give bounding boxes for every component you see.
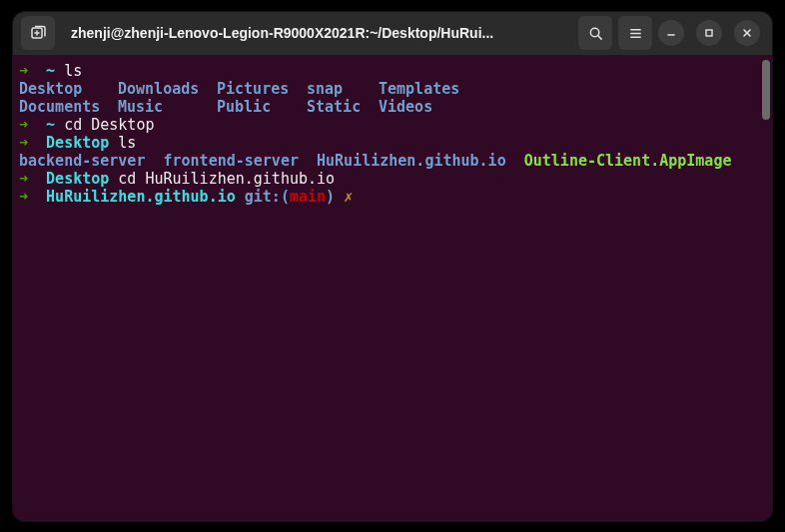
ls-entry: backend-server — [19, 152, 145, 170]
ls-output-row: DesktopDownloadsPicturessnapTemplates — [19, 80, 766, 98]
prompt-line: ➜ ~ ls — [19, 62, 766, 80]
git-label: git: — [245, 188, 281, 206]
prompt-arrow-icon: ➜ — [19, 134, 28, 152]
prompt-cwd: Desktop — [46, 134, 109, 152]
window-controls — [658, 20, 764, 46]
search-button[interactable] — [578, 16, 612, 50]
git-paren-close: ) — [326, 188, 335, 206]
prompt-cwd: ~ — [46, 62, 55, 80]
titlebar: zhenji@zhenji-Lenovo-Legion-R9000X2021R:… — [13, 12, 772, 56]
terminal-window: zhenji@zhenji-Lenovo-Legion-R9000X2021R:… — [13, 12, 772, 521]
command-text: ls — [118, 134, 136, 152]
prompt-arrow-icon: ➜ — [19, 170, 28, 188]
ls-entry: Desktop — [19, 80, 118, 98]
command-text: cd Desktop — [64, 116, 154, 134]
cursor — [362, 190, 371, 206]
new-tab-button[interactable] — [21, 16, 55, 50]
ls-entry: Downloads — [118, 80, 217, 98]
terminal-body[interactable]: ➜ ~ ls DesktopDownloadsPicturessnapTempl… — [13, 56, 772, 521]
maximize-button[interactable] — [696, 20, 722, 46]
command-text: ls — [64, 62, 82, 80]
git-paren-open: ( — [281, 188, 290, 206]
ls-output-row: backend-server frontend-server HuRuilizh… — [19, 152, 766, 170]
close-button[interactable] — [734, 20, 760, 46]
ls-entry: Pictures — [217, 80, 307, 98]
ls-entry: Outline-Client.AppImage — [524, 152, 732, 170]
git-branch: main — [290, 188, 326, 206]
ls-entry: Documents — [19, 98, 118, 116]
ls-output-row: DocumentsMusicPublicStaticVideos — [19, 98, 766, 116]
minimize-button[interactable] — [658, 20, 684, 46]
prompt-line: ➜ ~ cd Desktop — [19, 116, 766, 134]
svg-rect-7 — [706, 30, 712, 36]
git-dirty-icon: ✗ — [344, 188, 353, 206]
prompt-line: ➜ HuRuilizhen.github.io git:(main) ✗ — [19, 188, 766, 206]
prompt-arrow-icon: ➜ — [19, 116, 28, 134]
command-text: cd HuRuilizhen.github.io — [118, 170, 335, 188]
ls-entry: snap — [307, 80, 379, 98]
ls-entry: Static — [307, 98, 379, 116]
prompt-cwd: HuRuilizhen.github.io — [46, 188, 236, 206]
scrollbar-thumb[interactable] — [762, 60, 770, 120]
ls-entry: Templates — [379, 80, 459, 98]
menu-button[interactable] — [618, 16, 652, 50]
ls-entry: frontend-server — [164, 152, 299, 170]
ls-entry: HuRuilizhen.github.io — [317, 152, 506, 170]
prompt-arrow-icon: ➜ — [19, 188, 28, 206]
prompt-line: ➜ Desktop ls — [19, 134, 766, 152]
svg-line-2 — [597, 35, 600, 38]
prompt-arrow-icon: ➜ — [19, 62, 28, 80]
ls-entry: Videos — [379, 98, 432, 116]
prompt-cwd: Desktop — [46, 170, 109, 188]
prompt-cwd: ~ — [46, 116, 55, 134]
ls-entry: Public — [217, 98, 307, 116]
prompt-line: ➜ Desktop cd HuRuilizhen.github.io — [19, 170, 766, 188]
window-title: zhenji@zhenji-Lenovo-Legion-R9000X2021R:… — [61, 25, 572, 41]
ls-entry: Music — [118, 98, 217, 116]
